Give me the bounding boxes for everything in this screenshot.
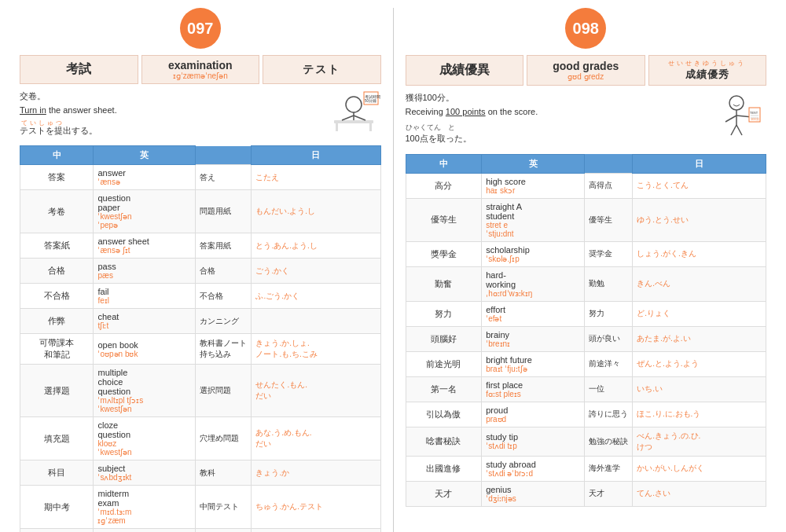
cell-jp: 頭が良い (585, 326, 633, 351)
right-intro-jp: ひゃくてん と 100点を取った。 (406, 121, 706, 145)
cell-jp2: しょう.がく.きん (633, 241, 766, 266)
cell-en: brainyˈbreɪnɪ (482, 326, 585, 351)
svg-line-5 (342, 116, 354, 120)
cell-cn: 填充題 (20, 417, 94, 460)
cell-jp2: べん.きょう.の.ひ.けつ (633, 427, 766, 456)
cell-cn: 期中考 (20, 486, 94, 529)
cell-cn: 引以為傲 (406, 402, 482, 427)
right-header-en-text: good grades (553, 60, 619, 72)
cell-cn: 前途光明 (406, 351, 482, 376)
right-header-phonetic: ɡʊd ɡredz (567, 72, 604, 81)
cell-en: straight Astudentstret eˈstjuːdnt (482, 198, 585, 241)
table-row: 答案answerˈænsə答えこたえ (20, 165, 381, 190)
svg-rect-2 (369, 123, 372, 131)
cell-jp: 期末テスト (196, 529, 252, 532)
svg-line-15 (736, 125, 742, 135)
table-row: 答案紙answer sheetˈænsə ʃɪt答案用紙とう.あん.よう.し (20, 233, 381, 259)
table-row: 努力effortˈefət努力ど.りょく (406, 301, 766, 326)
cell-en: open bookˈoʊpən bʊk (94, 334, 196, 365)
svg-point-3 (346, 97, 362, 112)
cell-jp: 答え (196, 165, 252, 190)
cell-jp: 海外進学 (585, 456, 633, 481)
left-header-en: examination ɪɡˈzæməˈneʃən (141, 55, 260, 84)
svg-line-6 (354, 116, 365, 120)
cell-en: hard-workingˌhɑːrdˈwɜːkɪŋ (482, 266, 585, 301)
cell-jp2: ちゅう.かん.テスト (252, 486, 380, 529)
cell-jp: 選択問題 (196, 365, 252, 417)
table-row: 出國進修study abroadˈstʌdi əˈbrɔːd海外進学かい.がい.… (406, 456, 766, 481)
cell-en: effortˈefət (482, 301, 585, 326)
table-row: 可帶課本和筆記open bookˈoʊpən bʊk教科書ノート持ち込みきょう.… (20, 334, 381, 365)
cell-jp: 中間テスト (196, 486, 252, 529)
cell-en: study tipˈstʌdi tɪp (482, 427, 585, 456)
cell-jp2: き.まつ.テスト (252, 529, 380, 532)
cell-jp2: いち.い (633, 376, 766, 402)
cell-jp: 合格 (196, 259, 252, 284)
left-header-en-text: examination (168, 59, 233, 72)
right-header-row: 成績優異 good grades ɡʊd ɡredz せいせきゆうしゅう 成績優… (406, 55, 767, 86)
right-header-en: good grades ɡʊd ɡredz (527, 55, 645, 86)
table-row: 天才geniusˈdʒiːnjəs天才てん.さい (406, 481, 766, 506)
cell-cn: 合格 (20, 259, 94, 284)
svg-rect-0 (334, 120, 373, 123)
table-row: 期中考midtermexamˈmɪd.tɜːmɪɡˈzæm中間テストちゅう.かん… (20, 486, 381, 529)
cell-en: high scorehaɪ skɔr (482, 173, 585, 198)
cell-en: clozequestionkloʊzˈkwestʃən (94, 417, 196, 460)
cell-cn: 科目 (20, 460, 94, 486)
cell-cn: 答案 (20, 165, 94, 190)
table-row: 科目subjectˈsʌbdʒɪkt教科きょう.か (20, 460, 381, 486)
table-row: 唸書秘訣study tipˈstʌdi tɪp勉強の秘訣べん.きょう.の.ひ.け… (406, 427, 766, 456)
cell-en: final examˈfaɪnl ɪɡˈzæm (94, 529, 196, 532)
cell-cn: 唸書秘訣 (406, 427, 482, 456)
cell-jp2: ゆう.とう.せい (633, 198, 766, 241)
cell-cn: 第一名 (406, 376, 482, 402)
left-header-row: 考試 examination ɪɡˈzæməˈneʃən テスト (20, 55, 381, 84)
right-intro: 獲得100分。 Receiving 100 points on the scor… (406, 92, 767, 148)
cell-jp: 穴埋め問題 (196, 417, 252, 460)
cell-jp2: あたま.が.よ.い (633, 326, 766, 351)
cell-cn: 獎學金 (406, 241, 482, 266)
svg-rect-1 (336, 123, 338, 131)
left-vocab-table: 中 英 日 答案answerˈænsə答えこたえ考卷questionpaperˈ… (20, 145, 381, 532)
cell-en: passpæs (94, 259, 196, 284)
table-row: 獎學金scholarshipˈskɒlə.ʃɪp奨学金しょう.がく.きん (406, 241, 766, 266)
col-jp-r: 日 (633, 154, 766, 173)
cell-jp2: あな.う.め.もん.だい (252, 417, 380, 460)
cell-cn: 選擇題 (20, 365, 94, 417)
table-row: 頭腦好brainyˈbreɪnɪ頭が良いあたま.が.よ.い (406, 326, 766, 351)
left-header-cn: 考試 (20, 55, 138, 84)
table-row: 合格passpæs合格ごう.かく (20, 259, 381, 284)
cell-jp: 天才 (585, 481, 633, 506)
left-intro-text: 交卷。 Turn in the answer sheet. テストを提(ていしゅ… (20, 90, 320, 139)
table-row: 選擇題multiplechoicequestionˈmʌltɪpl tʃɔɪsˈ… (20, 365, 381, 417)
right-page: 098 成績優異 good grades ɡʊd ɡredz せいせきゆうしゅう… (398, 8, 775, 532)
svg-line-14 (731, 125, 736, 135)
cell-cn: 可帶課本和筆記 (20, 334, 94, 365)
table-row: 優等生straight Astudentstret eˈstjuːdnt優等生ゆ… (406, 198, 766, 241)
cell-jp2: ふ.ごう.かく (252, 284, 380, 309)
cell-jp2: ほこ.り.に.おも.う (633, 402, 766, 427)
cell-cn: 答案紙 (20, 233, 94, 259)
cell-jp2: ごう.かく (252, 259, 380, 284)
cell-jp: 教科書ノート持ち込み (196, 334, 252, 365)
cell-en: first placefɑːst pleɪs (482, 376, 585, 402)
cell-en: answer sheetˈænsə ʃɪt (94, 233, 196, 259)
col-ph (196, 146, 252, 165)
right-header-cn: 成績優異 (406, 55, 524, 86)
cell-jp2: きょう.か.しょ.ノート.も.ち.こみ (252, 334, 380, 365)
cell-jp2: こたえ (252, 165, 380, 190)
cell-cn: 高分 (406, 173, 482, 198)
left-header-jp-text: テスト (303, 63, 340, 77)
table-row: 作弊cheattʃiːtカンニング (20, 309, 381, 334)
col-jp: 日 (252, 146, 380, 165)
cell-cn: 勤奮 (406, 266, 482, 301)
left-intro-cn: 交卷。 (20, 90, 320, 102)
cell-jp2: きょう.か (252, 460, 380, 486)
cell-jp: 答案用紙 (196, 233, 252, 259)
cell-cn: 考卷 (20, 190, 94, 233)
cell-jp: 誇りに思う (585, 402, 633, 427)
table-row: 勤奮hard-workingˌhɑːrdˈwɜːkɪŋ勤勉きん.べん (406, 266, 766, 301)
table-row: 前途光明bright futurebraɪt ˈfjuːtʃə前途洋々ぜん.と.… (406, 351, 766, 376)
cell-cn: 出國進修 (406, 456, 482, 481)
cell-jp: 努力 (585, 301, 633, 326)
